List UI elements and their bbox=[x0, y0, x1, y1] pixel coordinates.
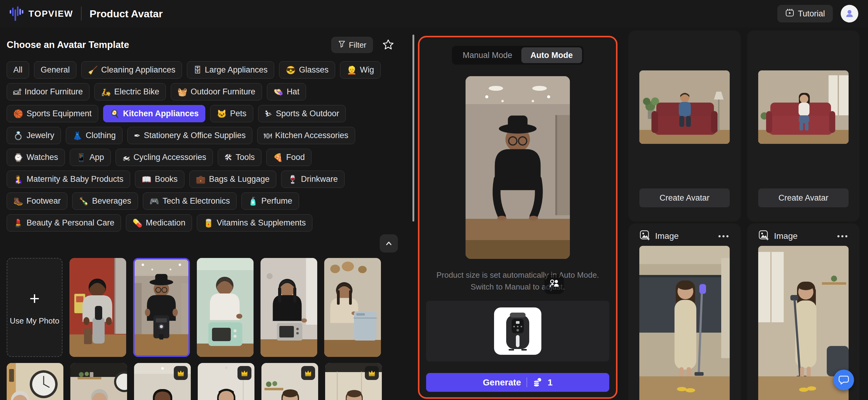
template-grid-row-2 bbox=[7, 363, 382, 400]
avatar-template-thumb[interactable] bbox=[133, 258, 190, 357]
avatar-photo[interactable] bbox=[758, 70, 848, 144]
category-chip-tech-electronics[interactable]: 🎮Tech & Electronics bbox=[143, 193, 237, 210]
swap-avatar-button[interactable] bbox=[545, 275, 564, 294]
category-chip-label: Cycling Accessories bbox=[133, 153, 206, 162]
category-chip-all[interactable]: All bbox=[7, 61, 29, 79]
category-chip-kitchen-accessories[interactable]: 🍽Kitchen Accessories bbox=[257, 127, 355, 144]
category-chip-drinkware[interactable]: 🍷Drinkware bbox=[281, 171, 344, 188]
category-chip-label: Electric Bike bbox=[114, 87, 159, 96]
avatar-template-thumb[interactable] bbox=[69, 258, 126, 357]
category-chip-jewelry[interactable]: 💍Jewelry bbox=[7, 127, 61, 144]
category-chip-label: Drinkware bbox=[301, 174, 338, 184]
category-chip-label: Kitchen Appliances bbox=[123, 109, 199, 118]
mode-toggle: Manual Mode Auto Mode bbox=[452, 46, 583, 65]
category-emoji-icon: 🛵 bbox=[101, 88, 111, 96]
category-chip-outdoor-furniture[interactable]: 🧺Outdoor Furniture bbox=[171, 83, 262, 101]
scrollbar[interactable] bbox=[412, 35, 414, 222]
category-chip-medication[interactable]: 💊Medication bbox=[126, 214, 192, 232]
create-avatar-button[interactable]: Create Avatar bbox=[639, 189, 730, 207]
category-chip-food[interactable]: 🍕Food bbox=[266, 149, 311, 166]
manual-mode-tab[interactable]: Manual Mode bbox=[454, 47, 521, 63]
category-emoji-icon: 💼 bbox=[196, 175, 206, 183]
category-emoji-icon: 📱 bbox=[76, 153, 86, 162]
caption-line-1: Product size is set automatically in Aut… bbox=[436, 269, 599, 281]
category-chip-label: Perfume bbox=[261, 196, 292, 206]
premium-crown-icon bbox=[301, 366, 315, 380]
avatar-template-thumb[interactable] bbox=[325, 363, 382, 400]
category-emoji-icon: 🍷 bbox=[288, 175, 298, 183]
support-chat-button[interactable] bbox=[833, 370, 854, 390]
category-chip-indoor-furniture[interactable]: 🛋Indoor Furniture bbox=[7, 83, 90, 101]
avatar-template-thumb[interactable] bbox=[260, 258, 317, 357]
auto-mode-tab[interactable]: Auto Mode bbox=[521, 47, 582, 63]
category-chip-maternity-baby-products[interactable]: 🤱Maternity & Baby Products bbox=[7, 171, 130, 188]
generated-image[interactable] bbox=[639, 246, 730, 400]
use-my-photo-tile[interactable]: + Use My Photo bbox=[7, 258, 62, 357]
category-row: 🛋Indoor Furniture🛵Electric Bike🧺Outdoor … bbox=[7, 83, 396, 101]
page-title: Product Avatar bbox=[90, 8, 162, 20]
category-chip-books[interactable]: 📖Books bbox=[135, 171, 184, 188]
category-chip-cycling-accessories[interactable]: 🏍Cycling Accessories bbox=[116, 149, 213, 166]
category-chip-kitchen-appliances[interactable]: 🍳Kitchen Appliances bbox=[103, 105, 205, 122]
category-emoji-icon: 🥾 bbox=[13, 197, 23, 205]
avatar-template-thumb[interactable] bbox=[134, 363, 191, 400]
category-emoji-icon: 🐱 bbox=[217, 110, 226, 118]
category-chip-clothing[interactable]: 👗Clothing bbox=[66, 127, 123, 144]
more-options-button[interactable] bbox=[836, 229, 848, 243]
category-chip-large-appliances[interactable]: 🗄Large Appliances bbox=[187, 61, 274, 79]
create-avatar-button[interactable]: Create Avatar bbox=[758, 189, 848, 207]
category-emoji-icon: 💍 bbox=[13, 132, 23, 140]
category-chip-glasses[interactable]: 😎Glasses bbox=[279, 61, 335, 79]
category-chip-stationery-office-supplies[interactable]: ✒Stationery & Office Supplies bbox=[127, 127, 252, 144]
generate-divider bbox=[527, 377, 527, 387]
avatar-template-thumb[interactable] bbox=[7, 363, 63, 400]
premium-crown-icon bbox=[238, 366, 251, 380]
product-thumbnail[interactable] bbox=[494, 308, 541, 355]
category-emoji-icon: 💊 bbox=[132, 219, 142, 227]
category-chip-label: App bbox=[90, 153, 104, 162]
product-avatar-app: TOPVIEW Product Avatar Tutorial bbox=[0, 0, 868, 400]
more-options-button[interactable] bbox=[717, 229, 730, 243]
category-chip-beauty-personal-care[interactable]: 💄Beauty & Personal Care bbox=[7, 214, 121, 232]
avatar-template-thumb[interactable] bbox=[261, 363, 318, 400]
premium-crown-icon bbox=[174, 366, 188, 380]
image-icon bbox=[758, 230, 770, 242]
category-chip-sports-equipment[interactable]: 🏀Sports Equipment bbox=[7, 105, 98, 122]
category-chip-watches[interactable]: ⌚Watches bbox=[7, 149, 65, 166]
category-emoji-icon: 🛋 bbox=[13, 88, 21, 96]
category-chip-tools[interactable]: 🛠Tools bbox=[218, 149, 261, 166]
filter-button[interactable]: Filter bbox=[331, 37, 373, 53]
category-chip-cleaning-appliances[interactable]: 🧹Cleaning Appliances bbox=[81, 61, 182, 79]
collapse-chevron-button[interactable] bbox=[380, 234, 398, 253]
category-chip-label: Clothing bbox=[86, 131, 116, 140]
brand-logo[interactable]: TOPVIEW bbox=[10, 5, 73, 22]
avatar-template-thumb[interactable] bbox=[197, 258, 253, 357]
category-chip-footwear[interactable]: 🥾Footwear bbox=[7, 193, 67, 210]
category-emoji-icon: 🏍 bbox=[122, 153, 130, 162]
user-avatar[interactable] bbox=[841, 5, 858, 23]
category-chip-label: Jewelry bbox=[26, 131, 54, 140]
category-chip-perfume[interactable]: 🧴Perfume bbox=[241, 193, 299, 210]
category-chip-electric-bike[interactable]: 🛵Electric Bike bbox=[94, 83, 166, 101]
category-chip-app[interactable]: 📱App bbox=[70, 149, 111, 166]
category-chip-wig[interactable]: 👱Wig bbox=[340, 61, 381, 79]
category-chip-general[interactable]: General bbox=[34, 61, 76, 79]
tutorial-button[interactable]: Tutorial bbox=[777, 5, 833, 23]
favorites-star-icon[interactable] bbox=[381, 38, 396, 52]
category-chip-hat[interactable]: 👒Hat bbox=[267, 83, 306, 101]
category-chip-vitamins-supplements[interactable]: 🥫Vitamins & Supplements bbox=[197, 214, 312, 232]
category-chip-label: Indoor Furniture bbox=[25, 87, 83, 96]
avatar-template-thumb[interactable] bbox=[324, 258, 381, 357]
generate-button[interactable]: Generate 1 bbox=[426, 373, 609, 392]
category-chip-label: Medication bbox=[146, 218, 186, 228]
category-chip-beverages[interactable]: 🍾Beverages bbox=[72, 193, 138, 210]
avatar-template-thumb[interactable] bbox=[70, 363, 127, 400]
category-chip-pets[interactable]: 🐱Pets bbox=[210, 105, 253, 122]
avatar-photo[interactable] bbox=[639, 70, 730, 144]
avatar-template-thumb[interactable] bbox=[198, 363, 254, 400]
avatar-result-card: Create Avatar bbox=[628, 30, 741, 222]
category-chip-bags-luggage[interactable]: 💼Bags & Luggage bbox=[189, 171, 276, 188]
category-chip-sports-outdoor[interactable]: ⛷Sports & Outdoor bbox=[258, 105, 346, 122]
category-chip-label: All bbox=[13, 65, 23, 75]
category-chip-label: Sports Equipment bbox=[26, 109, 92, 118]
